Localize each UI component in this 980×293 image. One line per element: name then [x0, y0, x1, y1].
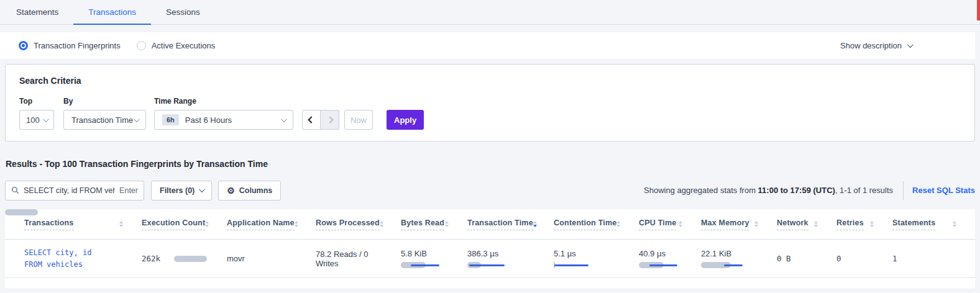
sort-icon[interactable]	[295, 221, 298, 227]
page-tabs: Statements Transactions Sessions	[0, 0, 980, 25]
apply-button[interactable]: Apply	[387, 110, 424, 130]
search-criteria-card: Search Criteria Top 100 By Transaction T…	[5, 64, 975, 142]
contention-time-bar	[554, 262, 598, 268]
filters-label: Filters (0)	[160, 186, 195, 195]
by-field: By Transaction Time	[63, 97, 154, 130]
stats-area: Showing aggregated stats from 11:00 to 1…	[644, 181, 975, 200]
column-header-application-name[interactable]: Application Name	[227, 219, 316, 230]
max-memory-bar	[701, 262, 746, 268]
execution-count-bar	[174, 256, 207, 262]
sort-icon[interactable]	[616, 221, 620, 227]
aggregated-stats-text: Showing aggregated stats from 11:00 to 1…	[644, 186, 893, 195]
top-select-value: 100	[26, 115, 40, 125]
search-criteria-title: Search Criteria	[19, 76, 81, 86]
previous-time-button[interactable]	[302, 110, 321, 130]
sort-icon[interactable]	[814, 221, 818, 227]
time-range-select[interactable]: 6h Past 6 Hours	[154, 110, 293, 130]
column-header-transactions[interactable]: Transactions	[24, 219, 142, 230]
top-field: Top 100	[19, 97, 63, 130]
column-header-bytes-read[interactable]: Bytes Read	[401, 219, 467, 230]
table-header-row: Transactions Execution Count Application…	[5, 209, 975, 240]
by-label: By	[63, 97, 154, 106]
sort-icon[interactable]	[754, 221, 758, 227]
column-header-retries[interactable]: Retries	[836, 219, 892, 230]
chevron-down-icon	[281, 116, 287, 122]
filters-button[interactable]: Filters (0)	[151, 181, 212, 201]
sort-icon[interactable]	[205, 221, 209, 227]
top-select[interactable]: 100	[19, 110, 54, 130]
column-header-statements[interactable]: Statements	[892, 219, 975, 230]
chevron-left-icon	[308, 116, 314, 123]
max-memory-cell: 22.1 KiB	[701, 249, 777, 268]
now-button[interactable]: Now	[344, 110, 373, 130]
sort-desc-icon[interactable]	[533, 221, 537, 227]
by-select-value: Transaction Time	[71, 115, 133, 125]
chevron-down-icon	[43, 116, 49, 122]
time-range-label: Time Range	[154, 97, 302, 106]
network-cell: 0 B	[777, 254, 836, 263]
vertical-divider	[903, 181, 904, 200]
time-range-value: Past 6 Hours	[185, 115, 232, 125]
bytes-read-bar	[401, 262, 446, 268]
column-header-cpu-time[interactable]: CPU Time	[639, 219, 701, 230]
tab-sessions[interactable]: Sessions	[151, 0, 215, 24]
sort-icon[interactable]	[119, 221, 123, 227]
search-box[interactable]: Enter	[5, 181, 144, 201]
radio-unselected-icon	[137, 41, 146, 50]
search-criteria-controls: Top 100 By Transaction Time Time Range 6…	[19, 97, 424, 130]
results-toolbar: Enter Filters (0) ⚙ Columns Showing aggr…	[5, 180, 975, 201]
search-input[interactable]	[24, 186, 115, 195]
chevron-down-icon	[907, 42, 914, 48]
by-select[interactable]: Transaction Time	[63, 110, 146, 130]
chevron-down-icon	[134, 116, 140, 122]
radio-label: Active Executions	[152, 41, 216, 50]
search-icon	[11, 186, 19, 194]
results-heading: Results - Top 100 Transaction Fingerprin…	[6, 159, 268, 169]
enter-hint: Enter	[119, 186, 138, 195]
sort-icon[interactable]	[380, 221, 383, 227]
sort-icon[interactable]	[870, 221, 874, 227]
column-header-network[interactable]: Network	[777, 219, 836, 230]
table-row: SELECT city, id FROM vehicles 262k movr …	[5, 240, 975, 278]
columns-label: Columns	[239, 186, 272, 195]
show-description-label: Show description	[840, 41, 902, 50]
columns-button[interactable]: ⚙ Columns	[218, 181, 281, 201]
chevron-down-icon	[199, 186, 205, 192]
sort-icon[interactable]	[953, 221, 956, 227]
tab-transactions[interactable]: Transactions	[73, 0, 151, 24]
transaction-time-cell: 386.3 µs	[467, 249, 554, 268]
top-label: Top	[19, 97, 63, 106]
bytes-read-cell: 5.8 KiB	[401, 249, 467, 268]
scroll-indicator	[977, 0, 980, 20]
application-name-cell: movr	[227, 254, 316, 263]
column-header-max-memory[interactable]: Max Memory	[701, 219, 777, 230]
radio-active-executions[interactable]: Active Executions	[137, 41, 216, 50]
chevron-right-icon	[326, 116, 333, 123]
cpu-time-cell: 40.9 µs	[639, 249, 701, 268]
time-range-field: Time Range 6h Past 6 Hours	[154, 97, 302, 130]
time-nav-group	[302, 110, 339, 130]
column-header-transaction-time[interactable]: Transaction Time	[467, 219, 554, 230]
show-description-toggle[interactable]: Show description	[840, 41, 956, 50]
rows-processed-cell: 78.2 Reads / 0 Writes	[316, 250, 401, 268]
radio-label: Transaction Fingerprints	[34, 41, 121, 50]
tab-statements[interactable]: Statements	[1, 0, 73, 24]
cpu-time-bar	[639, 262, 684, 268]
column-header-contention-time[interactable]: Contention Time	[554, 219, 639, 230]
column-header-execution-count[interactable]: Execution Count	[142, 219, 227, 230]
gear-icon: ⚙	[227, 186, 235, 195]
time-range-badge: 6h	[162, 114, 179, 125]
next-time-button[interactable]	[321, 110, 339, 130]
reset-sql-stats-link[interactable]: Reset SQL Stats	[912, 186, 975, 195]
radio-selected-icon	[19, 41, 28, 50]
radio-transaction-fingerprints[interactable]: Transaction Fingerprints	[19, 41, 121, 50]
transaction-time-bar	[467, 262, 512, 268]
column-header-rows-processed[interactable]: Rows Processed	[316, 219, 401, 230]
execution-count-cell: 262k	[142, 254, 227, 263]
retries-cell: 0	[836, 254, 892, 263]
view-toggle-bar: Transaction Fingerprints Active Executio…	[0, 32, 975, 59]
sort-icon[interactable]	[679, 221, 682, 227]
sort-icon[interactable]	[445, 221, 449, 227]
statements-cell: 1	[892, 254, 975, 263]
transaction-query-link[interactable]: SELECT city, id FROM vehicles	[24, 247, 124, 271]
